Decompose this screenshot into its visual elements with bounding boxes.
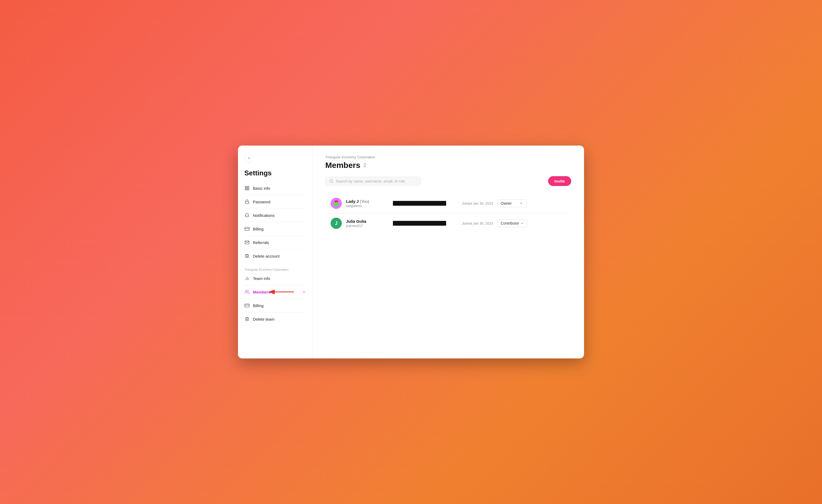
member-count-badge: 2 bbox=[364, 162, 366, 168]
page-header: Members 2 bbox=[325, 161, 571, 170]
sidebar-item-team-billing[interactable]: Billing bbox=[238, 300, 312, 311]
redacted-info bbox=[393, 201, 446, 206]
search-input[interactable] bbox=[336, 179, 417, 183]
table-row: Lady J (You) ladyjdemo Joined Jan 30, 20… bbox=[325, 193, 571, 213]
invite-button[interactable]: Invite bbox=[548, 176, 571, 186]
member-name: Lady J (You) bbox=[346, 199, 389, 203]
bell-icon bbox=[244, 212, 250, 218]
divider bbox=[244, 222, 306, 222]
team-nav-section: Team info Members bbox=[238, 273, 312, 325]
credit-card-icon bbox=[244, 303, 250, 308]
divider bbox=[244, 299, 306, 299]
search-and-invite-bar: Invite bbox=[325, 176, 571, 186]
svg-point-15 bbox=[330, 180, 333, 182]
sidebar-title: Settings bbox=[238, 169, 312, 177]
layout-icon bbox=[244, 185, 250, 191]
trash-icon bbox=[244, 253, 250, 259]
chevron-down-icon bbox=[519, 201, 523, 205]
bar-chart-icon bbox=[244, 276, 250, 281]
member-info: Julia Gulia jcarnes317 bbox=[346, 219, 389, 228]
personal-nav-section: Basic info Password Notifications bbox=[238, 182, 312, 262]
svg-rect-13 bbox=[245, 304, 250, 307]
svg-rect-1 bbox=[248, 186, 249, 187]
app-window: Settings Basic info Password bbox=[238, 145, 584, 359]
svg-line-16 bbox=[332, 182, 333, 183]
divider bbox=[244, 249, 306, 249]
divider bbox=[244, 235, 306, 236]
member-name: Julia Gulia bbox=[346, 219, 389, 223]
role-dropdown[interactable]: Contributor bbox=[497, 219, 527, 227]
svg-rect-3 bbox=[248, 189, 249, 190]
sidebar-item-delete-account[interactable]: Delete account bbox=[238, 250, 312, 262]
sidebar-item-billing[interactable]: Billing bbox=[238, 223, 312, 234]
table-row: J Julia Gulia jcarnes317 Joined Jan 30, … bbox=[325, 213, 571, 233]
svg-rect-5 bbox=[245, 227, 250, 230]
lock-icon bbox=[244, 199, 250, 204]
chevron-down-icon bbox=[520, 221, 524, 225]
svg-point-23 bbox=[337, 202, 338, 203]
users-icon bbox=[244, 289, 250, 295]
svg-rect-4 bbox=[245, 201, 249, 203]
trash-icon bbox=[244, 317, 250, 322]
mail-icon bbox=[244, 240, 250, 245]
search-box[interactable] bbox=[325, 177, 421, 186]
team-section-label: Triangular Economy Corporation bbox=[238, 264, 312, 273]
member-joined-date: Joined Jan 30, 2023 bbox=[450, 221, 493, 225]
sidebar-item-members[interactable]: Members bbox=[238, 286, 312, 298]
avatar bbox=[331, 198, 342, 209]
sidebar-item-notifications[interactable]: Notifications bbox=[238, 210, 312, 221]
svg-point-22 bbox=[335, 202, 336, 203]
members-list: Lady J (You) ladyjdemo Joined Jan 30, 20… bbox=[325, 193, 571, 233]
redacted-info bbox=[393, 221, 446, 226]
back-button[interactable] bbox=[244, 153, 254, 162]
sidebar-item-referrals[interactable]: Referrals bbox=[238, 237, 312, 248]
sidebar-item-password[interactable]: Password bbox=[238, 196, 312, 207]
sidebar-item-team-info[interactable]: Team info bbox=[238, 273, 312, 284]
page-title: Members bbox=[325, 161, 360, 170]
main-content: Triangular Economy Corporation Members 2… bbox=[313, 145, 584, 359]
svg-rect-2 bbox=[245, 189, 247, 190]
divider bbox=[244, 285, 306, 285]
search-icon bbox=[329, 179, 334, 183]
divider bbox=[244, 195, 306, 195]
member-username: jcarnes317 bbox=[346, 224, 389, 228]
divider bbox=[244, 312, 306, 313]
sidebar: Settings Basic info Password bbox=[238, 145, 313, 359]
member-info: Lady J (You) ladyjdemo bbox=[346, 199, 389, 208]
chevron-right-icon bbox=[302, 290, 306, 294]
member-joined-date: Joined Jan 30, 2023 bbox=[450, 201, 493, 205]
role-dropdown[interactable]: Owner bbox=[497, 199, 526, 207]
svg-rect-0 bbox=[245, 186, 247, 187]
svg-point-10 bbox=[246, 290, 247, 292]
sidebar-item-basic-info[interactable]: Basic info bbox=[238, 182, 312, 194]
avatar: J bbox=[331, 218, 342, 229]
member-username: ladyjdemo bbox=[346, 204, 389, 208]
credit-card-icon bbox=[244, 226, 250, 231]
sidebar-item-delete-team[interactable]: Delete team bbox=[238, 314, 312, 325]
breadcrumb: Triangular Economy Corporation bbox=[325, 155, 571, 159]
